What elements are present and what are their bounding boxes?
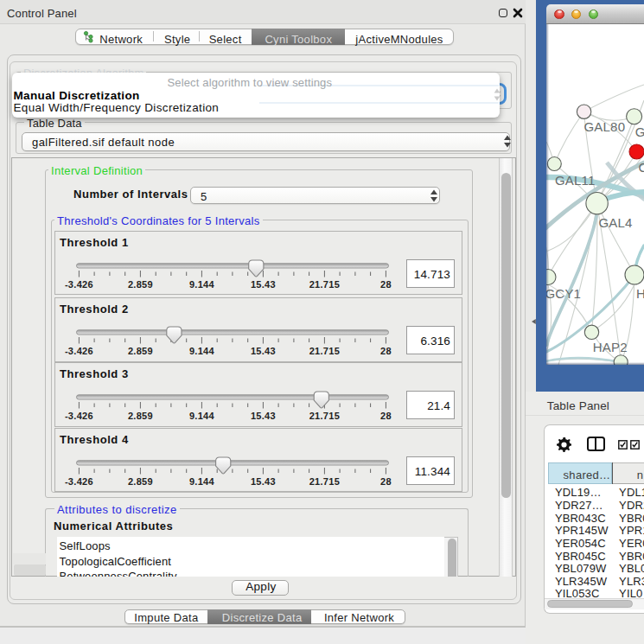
svg-text:21.715: 21.715: [309, 346, 339, 356]
svg-text:-3.426: -3.426: [64, 279, 92, 290]
svg-text:21.715: 21.715: [309, 279, 339, 290]
svg-text:9.144: 9.144: [188, 279, 214, 290]
svg-text:28: 28: [379, 279, 391, 290]
svg-text:GCY1: GCY1: [546, 286, 581, 301]
svg-text:28: 28: [379, 476, 391, 487]
svg-text:-3.426: -3.426: [64, 476, 92, 487]
svg-text:2.859: 2.859: [127, 476, 152, 487]
svg-text:9.144: 9.144: [188, 346, 214, 356]
svg-text:2.859: 2.859: [127, 346, 152, 356]
svg-text:28: 28: [379, 411, 391, 421]
svg-text:2.859: 2.859: [127, 279, 152, 290]
svg-text:15.43: 15.43: [250, 411, 275, 421]
svg-text:GAL4: GAL4: [599, 215, 633, 230]
svg-text:9.144: 9.144: [188, 411, 214, 421]
svg-text:H: H: [636, 286, 644, 301]
svg-text:-3.426: -3.426: [64, 346, 92, 356]
svg-text:15.43: 15.43: [250, 476, 275, 487]
svg-text:15.43: 15.43: [250, 346, 275, 356]
svg-text:GAL80: GAL80: [584, 119, 626, 134]
svg-text:GA: GA: [635, 124, 644, 139]
svg-text:21.715: 21.715: [309, 411, 339, 421]
svg-text:-3.426: -3.426: [64, 411, 92, 421]
svg-text:28: 28: [379, 346, 391, 356]
svg-text:HAP2: HAP2: [593, 340, 628, 354]
svg-text:GAL11: GAL11: [555, 173, 596, 188]
svg-text:21.715: 21.715: [309, 476, 339, 487]
svg-text:C: C: [639, 160, 644, 175]
svg-text:9.144: 9.144: [188, 476, 214, 487]
svg-text:15.43: 15.43: [250, 279, 275, 290]
svg-text:2.859: 2.859: [127, 411, 152, 421]
